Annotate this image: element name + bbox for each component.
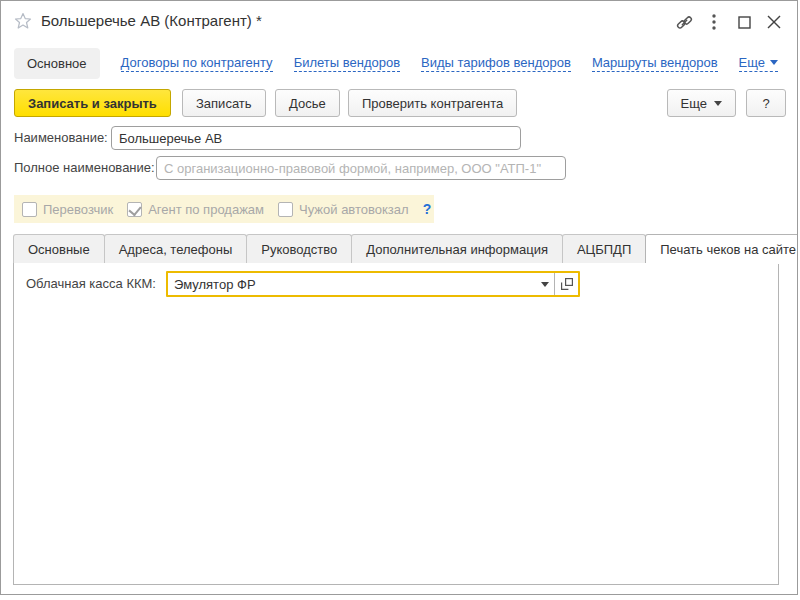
nav-link-contracts[interactable]: Договоры по контрагенту: [121, 55, 273, 72]
tab-addresses[interactable]: Адреса, телефоны: [104, 234, 248, 263]
full-name-input[interactable]: [156, 156, 566, 180]
title-bar: Большеречье АВ (Контрагент) *: [1, 1, 797, 43]
chevron-down-icon: [714, 101, 722, 106]
dossier-button[interactable]: Досье: [275, 89, 340, 117]
help-button[interactable]: ?: [746, 89, 786, 117]
carrier-checkbox[interactable]: Перевозчик: [22, 202, 113, 217]
chevron-down-icon: [770, 60, 778, 65]
chevron-down-icon: [541, 282, 549, 287]
sales-agent-checkbox[interactable]: Агент по продажам: [127, 202, 264, 217]
tab-receipt-printing[interactable]: Печать чеков на сайте: [645, 234, 798, 263]
close-icon[interactable]: [759, 7, 789, 37]
nav-tab-main[interactable]: Основное: [14, 48, 100, 79]
nav-link-vendor-tariff-types[interactable]: Виды тарифов вендоров: [421, 55, 571, 72]
checkbox-icon: [278, 202, 293, 217]
carrier-checkbox-label: Перевозчик: [43, 202, 113, 217]
nav-links-row: Основное Договоры по контрагенту Билеты …: [14, 47, 778, 79]
cloud-kkm-value[interactable]: Эмулятор ФР: [168, 273, 535, 295]
checkbox-icon: [22, 202, 37, 217]
copy-link-icon[interactable]: [669, 7, 699, 37]
foreign-station-checkbox[interactable]: Чужой автовокзал: [278, 202, 409, 217]
tab-additional-info[interactable]: Дополнительная информация: [351, 234, 563, 263]
window-title: Большеречье АВ (Контрагент) *: [41, 12, 262, 29]
cloud-kkm-label: Облачная касса ККМ:: [26, 276, 156, 291]
maximize-icon[interactable]: [729, 7, 759, 37]
toolbar: Записать и закрыть Записать Досье Провер…: [14, 89, 786, 117]
nav-link-vendor-routes[interactable]: Маршруты вендоров: [592, 55, 718, 72]
nav-more-button[interactable]: Еще: [739, 55, 778, 72]
tab-main[interactable]: Основные: [13, 234, 105, 263]
cloud-kkm-combobox[interactable]: Эмулятор ФР: [166, 271, 580, 297]
checkbox-help-link[interactable]: ?: [423, 201, 432, 217]
foreign-station-checkbox-label: Чужой автовокзал: [299, 202, 409, 217]
name-input[interactable]: [111, 126, 521, 150]
tab-management[interactable]: Руководство: [246, 234, 352, 263]
sales-agent-checkbox-label: Агент по продажам: [148, 202, 264, 217]
checkbox-checked-icon: [127, 202, 142, 217]
dropdown-arrow-button[interactable]: [535, 273, 554, 295]
open-item-icon: [561, 278, 573, 290]
kebab-menu-icon[interactable]: [699, 7, 729, 37]
toolbar-more-button[interactable]: Еще: [667, 89, 736, 117]
name-label: Наименование:: [14, 130, 108, 145]
name-field-row: Наименование:: [14, 126, 774, 150]
nav-link-vendor-tickets[interactable]: Билеты вендоров: [294, 55, 400, 72]
detail-tabs: Основные Адреса, телефоны Руководство До…: [13, 234, 798, 263]
save-button[interactable]: Записать: [182, 89, 266, 117]
full-name-label: Полное наименование:: [14, 160, 155, 175]
counterparty-window: Большеречье АВ (Контрагент) * Основное: [0, 0, 798, 595]
checkbox-band: Перевозчик Агент по продажам Чужой автов…: [14, 195, 434, 223]
tab-acbpdp[interactable]: АЦБПДП: [562, 234, 646, 263]
full-name-field-row: Полное наименование:: [14, 156, 774, 180]
favorite-star-icon[interactable]: [14, 12, 32, 34]
check-counterparty-button[interactable]: Проверить контрагента: [348, 89, 517, 117]
open-item-button[interactable]: [555, 273, 578, 295]
save-and-close-button[interactable]: Записать и закрыть: [14, 89, 171, 117]
tab-panel-receipt-printing: Облачная касса ККМ: Эмулятор ФР: [13, 262, 779, 585]
